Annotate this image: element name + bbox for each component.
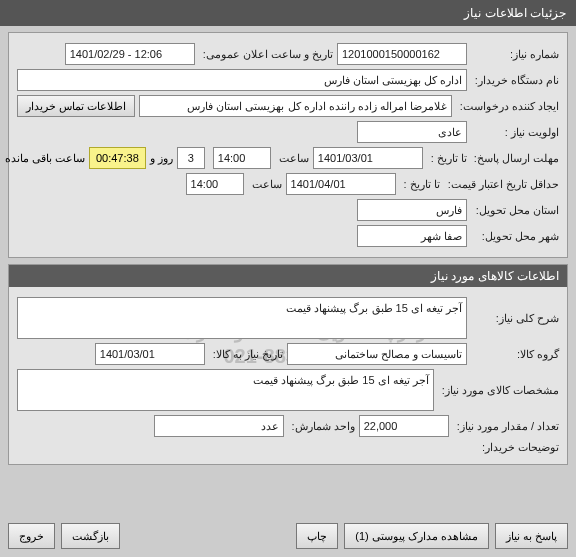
priority-label: اولویت نیاز : (471, 126, 559, 139)
province-label: استان محل تحویل: (471, 204, 559, 217)
window-title-bar: جزئیات اطلاعات نیاز (0, 0, 576, 26)
days-label: روز و (150, 152, 173, 165)
priority-field[interactable] (357, 121, 467, 143)
desc-label: شرح کلی نیاز: (471, 312, 559, 325)
group-label: گروه کالا: (471, 348, 559, 361)
to-date-label-2: تا تاریخ : (400, 178, 440, 191)
days-remaining-field (177, 147, 205, 169)
city-field[interactable] (357, 225, 467, 247)
creator-label: ایجاد کننده درخواست: (456, 100, 559, 113)
deadline-date-field[interactable] (313, 147, 423, 169)
print-button[interactable]: چاپ (296, 523, 338, 549)
deadline-time-field[interactable] (213, 147, 271, 169)
unit-label: واحد شمارش: (288, 420, 355, 433)
countdown-timer: 00:47:38 (89, 147, 146, 169)
province-field[interactable] (357, 199, 467, 221)
buyer-note-label: توضیحات خریدار: (471, 441, 559, 454)
time-label-2: ساعت (248, 178, 282, 191)
spec-label: مشخصات کالای مورد نیاز: (438, 384, 559, 397)
need-date-label: تاریخ نیاز به کالا: (209, 348, 283, 361)
validity-time-field[interactable] (186, 173, 244, 195)
announce-field[interactable] (65, 43, 195, 65)
back-button[interactable]: بازگشت (61, 523, 120, 549)
time-label-1: ساعت (275, 152, 309, 165)
buyer-field[interactable] (17, 69, 467, 91)
qty-field[interactable] (359, 415, 449, 437)
attachments-button[interactable]: مشاهده مدارک پیوستی (1) (344, 523, 489, 549)
exit-button[interactable]: خروج (8, 523, 55, 549)
respond-button[interactable]: پاسخ به نیاز (495, 523, 568, 549)
deadline-label: مهلت ارسال پاسخ: (471, 152, 559, 165)
qty-label: تعداد / مقدار مورد نیاز: (453, 420, 559, 433)
announce-label: تاریخ و ساعت اعلان عمومی: (199, 48, 333, 61)
goods-panel-header: اطلاعات کالاهای مورد نیاز (9, 265, 567, 287)
validity-date-field[interactable] (286, 173, 396, 195)
action-bar: پاسخ به نیاز مشاهده مدارک پیوستی (1) چاپ… (8, 523, 568, 549)
spec-field[interactable] (17, 369, 434, 411)
window-title: جزئیات اطلاعات نیاز (464, 6, 566, 20)
city-label: شهر محل تحویل: (471, 230, 559, 243)
unit-field[interactable] (154, 415, 284, 437)
need-date-field[interactable] (95, 343, 205, 365)
buyer-label: نام دستگاه خریدار: (471, 74, 559, 87)
need-info-panel: شماره نیاز: تاریخ و ساعت اعلان عمومی: نا… (8, 32, 568, 258)
desc-field[interactable] (17, 297, 467, 339)
validity-label: حداقل تاریخ اعتبار قیمت: (444, 178, 559, 191)
buyer-contact-button[interactable]: اطلاعات تماس خریدار (17, 95, 135, 117)
remaining-label: ساعت باقی مانده (5, 152, 85, 165)
need-number-label: شماره نیاز: (471, 48, 559, 61)
creator-field[interactable] (139, 95, 452, 117)
goods-panel: اطلاعات کالاهای مورد نیاز سامانه تدارکات… (8, 264, 568, 465)
group-field[interactable] (287, 343, 467, 365)
to-date-label: تا تاریخ : (427, 152, 467, 165)
need-number-field[interactable] (337, 43, 467, 65)
